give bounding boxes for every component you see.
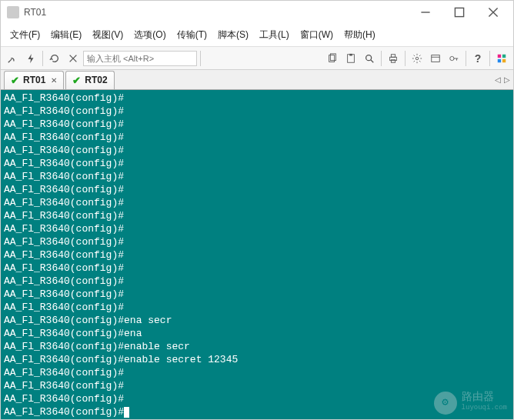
help-icon[interactable]: ? [469, 50, 486, 67]
menu-window[interactable]: 窗口(W) [295, 25, 338, 45]
toolbar-separator [405, 51, 406, 66]
terminal-line: AA_Fl_R3640(config)# [4, 235, 510, 248]
terminal-line: AA_Fl_R3640(config)# [4, 131, 510, 144]
svg-rect-13 [502, 54, 506, 57]
tabbar: ✔ RT01 ✕ ✔ RT02 ◁ ▷ [1, 70, 513, 90]
terminal-line: AA_Fl_R3640(config)# [4, 105, 510, 118]
toolbar-separator [42, 51, 43, 66]
svg-rect-14 [498, 58, 501, 62]
titlebar: RT01 [1, 1, 513, 24]
terminal-cursor [124, 407, 129, 418]
window-title: RT01 [24, 7, 409, 18]
find-icon[interactable] [361, 50, 378, 67]
minimize-button[interactable] [409, 1, 442, 24]
session-options-icon[interactable] [427, 50, 444, 67]
connected-check-icon: ✔ [11, 75, 19, 86]
print-icon[interactable] [385, 50, 402, 67]
menu-transfer[interactable]: 传输(T) [172, 25, 212, 45]
toolbar-separator [200, 51, 201, 66]
toolbar-separator [489, 51, 490, 66]
terminal-line: AA_Fl_R3640(config)# [4, 405, 510, 418]
terminal-line: AA_Fl_R3640(config)# [4, 118, 510, 131]
svg-rect-15 [502, 58, 506, 62]
key-icon[interactable] [446, 50, 462, 67]
maximize-button[interactable] [442, 1, 476, 24]
connected-check-icon: ✔ [72, 75, 81, 86]
svg-point-9 [416, 57, 419, 60]
terminal-line: AA_Fl_R3640(config)# [4, 92, 510, 105]
terminal-line: AA_Fl_R3640(config)#ena [4, 327, 510, 340]
terminal-line: AA_Fl_R3640(config)# [4, 275, 510, 288]
terminal-line: AA_Fl_R3640(config)# [4, 144, 510, 157]
tab-rt01[interactable]: ✔ RT01 ✕ [4, 71, 64, 89]
terminal-line: AA_Fl_R3640(config)# [4, 248, 510, 262]
terminal-line: AA_Fl_R3640(config)# [4, 262, 510, 275]
disconnect-icon[interactable] [65, 50, 82, 67]
menubar: 文件(F) 编辑(E) 视图(V) 选项(O) 传输(T) 脚本(S) 工具(L… [1, 24, 513, 47]
terminal-line: AA_Fl_R3640(config)# [4, 366, 510, 379]
tab-rt02[interactable]: ✔ RT02 [65, 71, 114, 89]
terminal-line: AA_Fl_R3640(config)# [4, 209, 510, 222]
terminal-line: AA_Fl_R3640(config)# [4, 288, 510, 301]
svg-point-11 [450, 56, 454, 60]
svg-rect-0 [455, 8, 463, 16]
toolbar-separator [466, 51, 466, 66]
terminal-line: AA_Fl_R3640(config)#ena secr [4, 314, 510, 327]
svg-rect-4 [349, 53, 352, 55]
tab-label: RT01 [23, 75, 45, 85]
svg-rect-7 [391, 54, 395, 57]
tab-scroll-right-icon[interactable]: ▷ [504, 75, 510, 84]
tab-scroll-left-icon[interactable]: ◁ [495, 75, 501, 84]
terminal-line: AA_Fl_R3640(config)# [4, 301, 510, 314]
reconnect-icon[interactable] [46, 50, 63, 67]
terminal-output[interactable]: AA_Fl_R3640(config)#AA_Fl_R3640(config)#… [1, 90, 513, 419]
terminal-line: AA_Fl_R3640(config)# [4, 170, 510, 183]
window-controls [409, 1, 510, 24]
quick-connect-icon[interactable] [22, 50, 39, 67]
tab-label: RT02 [85, 75, 107, 85]
terminal-line: AA_Fl_R3640(config)# [4, 157, 510, 170]
menu-help[interactable]: 帮助(H) [339, 25, 380, 45]
host-input[interactable] [83, 51, 197, 66]
copy-icon[interactable] [324, 50, 341, 67]
paste-icon[interactable] [342, 50, 359, 67]
toolbar: ? [1, 47, 513, 70]
tab-scroll-arrows: ◁ ▷ [495, 75, 510, 84]
svg-rect-12 [498, 54, 501, 57]
menu-options[interactable]: 选项(O) [129, 25, 170, 45]
menu-file[interactable]: 文件(F) [5, 25, 45, 45]
connect-icon[interactable] [4, 50, 21, 67]
terminal-line: AA_Fl_R3640(config)# [4, 222, 510, 235]
terminal-line: AA_Fl_R3640(config)# [4, 183, 510, 196]
toolbar-separator [381, 51, 382, 66]
grid-icon[interactable] [493, 50, 510, 67]
tab-close-icon[interactable]: ✕ [51, 76, 57, 85]
settings-icon[interactable] [409, 50, 426, 67]
close-button[interactable] [476, 1, 510, 24]
svg-point-5 [366, 55, 372, 60]
menu-script[interactable]: 脚本(S) [213, 25, 253, 45]
menu-edit[interactable]: 编辑(E) [46, 25, 86, 45]
terminal-line: AA_Fl_R3640(config)# [4, 392, 510, 405]
svg-rect-10 [432, 55, 440, 62]
app-icon [7, 6, 19, 18]
terminal-line: AA_Fl_R3640(config)# [4, 379, 510, 392]
menu-view[interactable]: 视图(V) [88, 25, 128, 45]
terminal-line: AA_Fl_R3640(config)#enable secr [4, 340, 510, 353]
terminal-line: AA_Fl_R3640(config)#enable secret 12345 [4, 353, 510, 366]
menu-tools[interactable]: 工具(L) [255, 25, 294, 45]
terminal-line: AA_Fl_R3640(config)# [4, 196, 510, 209]
